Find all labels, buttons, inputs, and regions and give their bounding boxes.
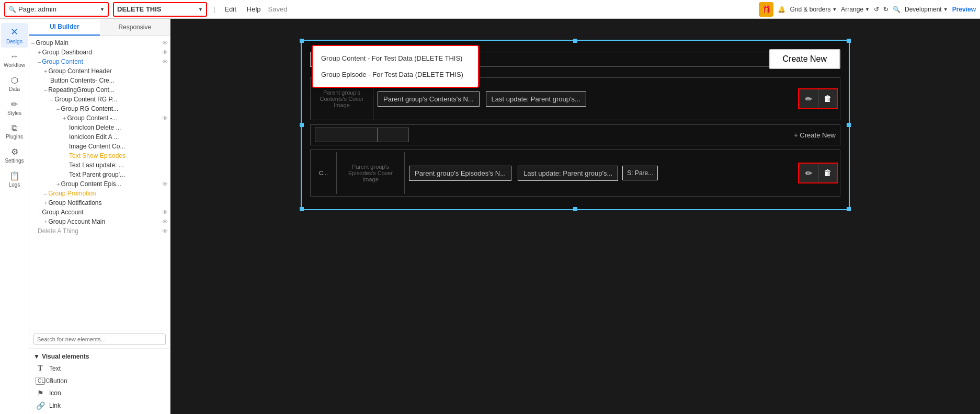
tree-group-notifications[interactable]: + Group Notifications xyxy=(29,198,170,208)
middle-box-right xyxy=(378,128,409,142)
plus-icon-dashboard: + xyxy=(38,49,41,55)
saved-status: Saved xyxy=(268,5,288,13)
middle-box-left xyxy=(315,128,378,142)
tree-group-dashboard[interactable]: + Group Dashboard 👁 xyxy=(29,48,170,57)
tree-group-account[interactable]: – Group Account 👁 xyxy=(29,208,170,217)
grid-chevron-icon: ▼ xyxy=(832,7,837,12)
canvas-area: Group Content - For Test Data (DELETE TH… xyxy=(170,19,980,414)
eye-icon-dashboard[interactable]: 👁 xyxy=(162,49,168,55)
create-new-button[interactable]: Create New xyxy=(769,49,840,69)
content-update-3: Last update: Parent group's... xyxy=(518,166,618,181)
handle-tl[interactable] xyxy=(300,39,304,43)
tree-group-content-epis[interactable]: + Group Content Epis... 👁 xyxy=(29,179,170,189)
nav-logs[interactable]: 📋 Logs xyxy=(1,168,28,191)
tree-text-last-update[interactable]: Text Last update: ... xyxy=(29,160,170,170)
eye-icon-del[interactable]: 👁 xyxy=(162,228,168,234)
handle-right[interactable] xyxy=(847,123,851,127)
handle-left[interactable] xyxy=(300,123,304,127)
tree-group-main[interactable]: – Group Main 👁 xyxy=(29,38,170,48)
delete-selector[interactable]: DELETE THIS ▼ xyxy=(113,2,207,17)
tree-image-content[interactable]: Image Content Co... xyxy=(29,142,170,151)
edit-icon-btn-3[interactable]: ✏ xyxy=(799,164,818,182)
undo-button[interactable]: ↺ xyxy=(874,6,879,13)
nav-data[interactable]: ⬡ Data xyxy=(1,72,28,95)
bell-icon-button[interactable]: 🔔 xyxy=(778,6,785,13)
eye-icon-cs[interactable]: 👁 xyxy=(162,115,168,121)
tree-text-show-episodes[interactable]: Text Show Episodes xyxy=(29,151,170,160)
tree-group-rg-content[interactable]: – Group RG Content... xyxy=(29,104,170,113)
middle-row: + Create New xyxy=(310,124,840,145)
nav-plugins[interactable]: ⧉ Plugins xyxy=(1,120,28,143)
eye-icon-content[interactable]: 👁 xyxy=(162,59,168,65)
eye-icon-am[interactable]: 👁 xyxy=(162,218,168,225)
page-chevron-icon: ▼ xyxy=(100,7,105,12)
tab-ui-builder[interactable]: UI Builder xyxy=(29,19,100,36)
content-row-3: C... Parent group's Episodes's Cover Ima… xyxy=(310,150,840,197)
handle-bl[interactable] xyxy=(300,207,304,211)
plus-create-new-button[interactable]: + Create New xyxy=(794,131,836,139)
dropdown-item-content[interactable]: Group Content - For Test Data (DELETE TH… xyxy=(313,50,478,66)
tree-ionic-delete[interactable]: IonicIcon Delete ... xyxy=(29,123,170,132)
edit-icon-btn-1[interactable]: ✏ xyxy=(799,89,818,108)
content-update-1: Last update: Parent group's... xyxy=(486,91,586,107)
edit-button[interactable]: Edit xyxy=(221,4,239,14)
delete-icon-btn-3[interactable]: 🗑 xyxy=(818,164,837,182)
grid-borders-label: Grid & borders xyxy=(790,6,830,13)
page-selector[interactable]: 🔍 Page: admin ▼ xyxy=(4,2,109,17)
help-button[interactable]: Help xyxy=(244,4,264,14)
element-icon[interactable]: ⚑ Icon xyxy=(29,387,170,399)
nav-styles[interactable]: ✏ Styles xyxy=(1,96,28,119)
tree-ionic-edit[interactable]: IonicIcon Edit A ... xyxy=(29,132,170,142)
handle-bottom[interactable] xyxy=(573,207,577,211)
development-button[interactable]: Development ▼ xyxy=(905,6,948,13)
element-link[interactable]: 🔗 Link xyxy=(29,399,170,412)
handle-br[interactable] xyxy=(847,207,851,211)
tree-group-content-header[interactable]: + Group Content Header xyxy=(29,66,170,76)
visual-elements-header[interactable]: ▼ Visual elements xyxy=(29,351,170,362)
minus-icon-rg2: – xyxy=(50,96,53,102)
settings-label: Settings xyxy=(5,158,24,164)
element-button[interactable]: CLICK Button xyxy=(29,375,170,387)
content-name-1: Parent group's Contents's N... xyxy=(378,91,480,107)
tree-btn-contents[interactable]: Button Contents- Cre... xyxy=(29,76,170,85)
settings-icon: ⚙ xyxy=(11,147,18,157)
delete-icon-btn-1[interactable]: 🗑 xyxy=(818,89,837,108)
preview-label: Preview xyxy=(952,6,976,13)
page-label: Page: admin xyxy=(18,5,56,13)
tree-group-content-rg[interactable]: – Group Content RG P... xyxy=(29,95,170,104)
action-icons-3: ✏ 🗑 xyxy=(798,163,838,183)
tree-repeating-group[interactable]: – RepeatingGroup Cont... xyxy=(29,85,170,95)
tree-group-content-sub[interactable]: + Group Content -... 👁 xyxy=(29,113,170,123)
tab-responsive[interactable]: Responsive xyxy=(100,19,170,36)
grid-borders-button[interactable]: Grid & borders ▼ xyxy=(790,6,837,13)
eye-icon-ce[interactable]: 👁 xyxy=(162,181,168,187)
dropdown-item-episode[interactable]: Group Episode - For Test Data (DELETE TH… xyxy=(313,66,478,83)
main-layout: ✕ Design ↔ Workflow ⬡ Data ✏ Styles ⧉ Pl… xyxy=(0,19,980,414)
search-button[interactable]: 🔍 xyxy=(893,6,901,13)
page-icon: 🔍 xyxy=(8,6,16,13)
gift-button[interactable]: 🎁 xyxy=(759,2,773,17)
arrange-button[interactable]: Arrange ▼ xyxy=(841,6,870,13)
eye-icon-main[interactable]: 👁 xyxy=(162,40,168,46)
preview-button[interactable]: Preview xyxy=(952,6,976,13)
tree-text-parent-group[interactable]: Text Parent group'... xyxy=(29,170,170,179)
tree-delete-thing[interactable]: Delete A Thing 👁 xyxy=(29,226,170,236)
plugins-icon: ⧉ xyxy=(12,123,17,133)
nav-settings[interactable]: ⚙ Settings xyxy=(1,144,28,167)
handle-top[interactable] xyxy=(573,39,577,43)
tree-group-promotion[interactable]: – Group Promotion xyxy=(29,189,170,198)
tree-group-account-main[interactable]: + Group Account Main 👁 xyxy=(29,217,170,226)
logs-label: Logs xyxy=(9,182,20,188)
element-text[interactable]: T Text xyxy=(29,362,170,375)
redo-button[interactable]: ↻ xyxy=(883,6,888,13)
tree-group-content[interactable]: – Group Content 👁 xyxy=(29,57,170,66)
search-elements-input[interactable] xyxy=(33,334,166,345)
nav-workflow[interactable]: ↔ Workflow xyxy=(1,49,28,71)
eye-icon-acct[interactable]: 👁 xyxy=(162,209,168,215)
handle-tr[interactable] xyxy=(847,39,851,43)
design-label: Design xyxy=(6,39,22,44)
cover-image-3: Parent group's Episodes's Cover Image xyxy=(337,152,405,194)
dropdown-popup: Group Content - For Test Data (DELETE TH… xyxy=(312,45,479,88)
plus-icon-am: + xyxy=(44,218,47,225)
nav-design[interactable]: ✕ Design xyxy=(1,23,28,48)
